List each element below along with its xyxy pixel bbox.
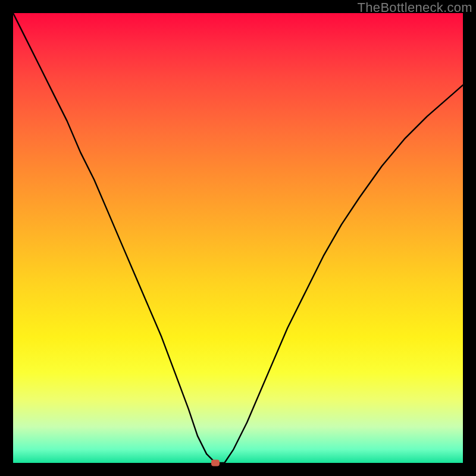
bottleneck-curve [13, 13, 463, 463]
chart-container: TheBottleneck.com [0, 0, 476, 476]
plot-area [13, 13, 463, 463]
minimum-marker [211, 460, 220, 466]
